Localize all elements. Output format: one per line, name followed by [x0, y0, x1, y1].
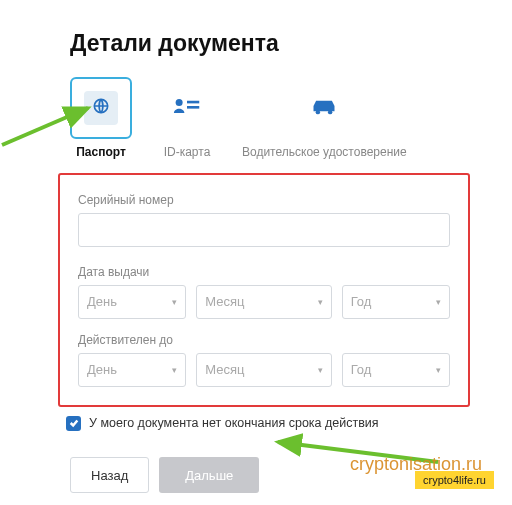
chevron-down-icon: ▾ [172, 297, 177, 307]
id-card-icon [173, 96, 201, 120]
chevron-down-icon: ▾ [172, 365, 177, 375]
document-type-selector: Паспорт ID-карта Водительское удостовере… [70, 77, 452, 161]
chevron-down-icon: ▾ [318, 297, 323, 307]
serial-label: Серийный номер [78, 193, 450, 207]
expiry-year-select[interactable]: Год▾ [342, 353, 450, 387]
svg-rect-3 [187, 106, 199, 109]
doc-type-label: ID-карта [164, 145, 211, 161]
expiry-date-label: Действителен до [78, 333, 450, 347]
check-icon [69, 418, 79, 428]
doc-type-label: Паспорт [76, 145, 126, 161]
doc-type-driver-license[interactable]: Водительское удостоверение [242, 77, 407, 161]
issue-day-select[interactable]: День▾ [78, 285, 186, 319]
svg-point-1 [176, 99, 183, 106]
doc-type-label: Водительское удостоверение [242, 145, 407, 161]
expiry-day-select[interactable]: День▾ [78, 353, 186, 387]
issue-month-select[interactable]: Месяц▾ [196, 285, 331, 319]
chevron-down-icon: ▾ [436, 365, 441, 375]
next-button[interactable]: Дальше [159, 457, 259, 493]
chevron-down-icon: ▾ [318, 365, 323, 375]
no-expiry-checkbox[interactable] [66, 416, 81, 431]
svg-point-5 [328, 110, 332, 114]
form-highlight-box: Серийный номер Дата выдачи День▾ Месяц▾ … [58, 173, 470, 407]
globe-icon [87, 96, 115, 120]
doc-type-id-card[interactable]: ID-карта [156, 77, 218, 161]
source-badge: crypto4life.ru [415, 471, 494, 489]
back-button[interactable]: Назад [70, 457, 149, 493]
svg-point-4 [316, 110, 320, 114]
chevron-down-icon: ▾ [436, 297, 441, 307]
expiry-month-select[interactable]: Месяц▾ [196, 353, 331, 387]
page-title: Детали документа [70, 30, 452, 57]
issue-year-select[interactable]: Год▾ [342, 285, 450, 319]
issue-date-label: Дата выдачи [78, 265, 450, 279]
serial-input[interactable] [78, 213, 450, 247]
no-expiry-label: У моего документа нет окончания срока де… [89, 415, 379, 432]
svg-rect-2 [187, 101, 199, 104]
car-icon [310, 96, 338, 120]
doc-type-passport[interactable]: Паспорт [70, 77, 132, 161]
